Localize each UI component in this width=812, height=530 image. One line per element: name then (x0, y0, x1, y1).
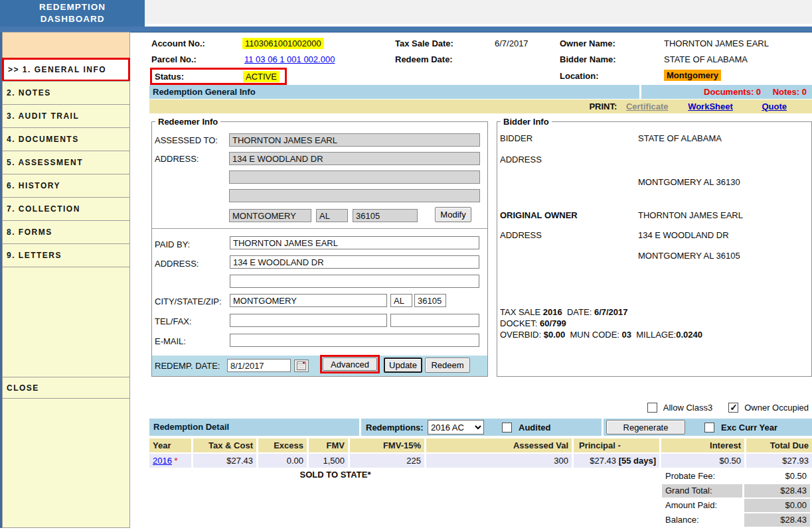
tax-sale-line: TAX SALE 2016 DATE: 6/7/2017 (500, 307, 628, 317)
year-link[interactable]: 2016 (153, 456, 172, 466)
allow-class3-checkbox[interactable] (647, 403, 657, 413)
sidebar-item-label: >> 1. GENERAL INFO (8, 65, 106, 74)
owner-occupied-label: Owner Occupied (744, 403, 809, 413)
sidebar-item-notes[interactable]: 2. NOTES (2, 81, 130, 105)
sidebar-item-collection[interactable]: 7. COLLECTION (2, 197, 130, 221)
paid-zip-input[interactable] (414, 294, 446, 307)
advanced-button-highlight: Advanced (320, 355, 380, 373)
exc-curr-year-label: Exc Curr Year (721, 423, 777, 432)
summary-label-amount-paid: Amount Paid: (662, 499, 742, 512)
print-label: PRINT: (589, 101, 617, 111)
summary-value-balance: $28.43 (744, 513, 810, 527)
sidebar-item-label: 6. HISTORY (7, 181, 60, 190)
sidebar-blank-middle (2, 267, 130, 377)
modify-button[interactable]: Modify (435, 207, 471, 222)
sidebar-item-label: 5. ASSESSMENT (7, 158, 83, 167)
redeemer-info-group: Redeemer Info ASSESSED TO: ADDRESS: Modi… (151, 117, 488, 377)
docket-label: DOCKET: (500, 318, 537, 328)
allow-class3-label: Allow Class3 (663, 403, 712, 413)
email-input[interactable] (230, 334, 479, 347)
app-title-line2: DASHBOARD (0, 13, 145, 25)
paid-address1-input[interactable] (230, 255, 479, 269)
assessed-address1-input (229, 152, 480, 165)
sidebar-item-documents[interactable]: 4. DOCUMENTS (2, 127, 130, 151)
sold-to-state-note: SOLD TO STATE* (279, 470, 392, 480)
cell-excess: 0.00 (258, 454, 307, 468)
advanced-button[interactable]: Advanced (323, 358, 377, 371)
sidebar-item-history[interactable]: 6. HISTORY (2, 174, 130, 198)
section-title: Redemption General Info (149, 87, 256, 97)
tel-input[interactable] (230, 314, 387, 327)
cell-interest: $0.50 (661, 454, 744, 468)
print-worksheet-link[interactable]: WorkSheet (688, 101, 733, 111)
principal-days: [55 days] (619, 456, 656, 466)
original-owner-label: ORIGINAL OWNER (500, 210, 578, 220)
bidder-address-city: MONTGOMERY AL 36130 (638, 177, 740, 187)
sidebar-blank-bottom (2, 398, 130, 528)
col-header-excess: Excess (258, 438, 307, 452)
owner-name-label: Owner Name: (560, 38, 615, 48)
status-label: Status: (155, 72, 243, 82)
redemp-date-input[interactable] (227, 359, 291, 372)
redeem-button[interactable]: Redeem (425, 358, 470, 373)
bidder-value: STATE OF ALABAMA (638, 133, 722, 143)
account-no-value: 1103061001002000 (242, 38, 324, 49)
counts-bar: Documents: 0 Notes: 0 (641, 85, 812, 99)
sidebar-item-assessment[interactable]: 5. ASSESSMENT (2, 151, 130, 174)
col-header-interest: Interest (661, 438, 744, 452)
sidebar-item-general-info[interactable]: >> 1. GENERAL INFO (2, 58, 130, 82)
tax-sale-date-label: Tax Sale Date: (395, 38, 453, 48)
redemptions-select[interactable]: 2016 AC (428, 420, 484, 434)
sidebar-blank-top (2, 32, 130, 58)
paid-address2-input[interactable] (230, 275, 479, 288)
update-button[interactable]: Update (384, 358, 422, 373)
sidebar-item-close[interactable]: CLOSE (2, 377, 130, 399)
owner-address1: 134 E WOODLAND DR (638, 230, 729, 240)
option-checkboxes-row: Allow Class3 Owner Occupied (598, 400, 809, 415)
bidder-name-label: Bidder Name: (560, 54, 616, 64)
summary-label-probate-fee: Probate Fee: (662, 470, 742, 483)
paid-city-input[interactable] (230, 294, 387, 307)
sidebar-item-forms[interactable]: 8. FORMS (2, 220, 130, 244)
audited-checkbox[interactable] (502, 423, 512, 432)
tax-sale-date-value: 6/7/2017 (495, 38, 528, 48)
regenerate-bar: Regenerate Exc Curr Year (604, 419, 812, 436)
assessed-city-input (229, 209, 311, 222)
sidebar-item-label: 4. DOCUMENTS (7, 135, 79, 144)
redeem-date-label: Redeem Date: (395, 54, 453, 64)
col-header-fmv: FMV (309, 438, 348, 452)
exc-curr-year-checkbox[interactable] (704, 423, 714, 432)
sidebar-item-label: 9. LETTERS (7, 251, 62, 260)
paid-by-label: PAID BY: (155, 239, 190, 249)
print-quote-link[interactable]: Quote (762, 101, 787, 111)
redeemer-separator (152, 228, 487, 229)
sidebar-item-label: CLOSE (7, 383, 39, 393)
paid-state-input[interactable] (390, 294, 412, 307)
regenerate-button[interactable]: Regenerate (606, 420, 685, 434)
owner-occupied-checkbox[interactable] (728, 403, 738, 413)
sidebar-item-letters[interactable]: 9. LETTERS (2, 243, 130, 267)
docket-line: DOCKET: 60/799 (500, 318, 566, 328)
sidebar-item-audit-trail[interactable]: 3. AUDIT TRAIL (2, 104, 130, 128)
sidebar-item-label: 3. AUDIT TRAIL (7, 111, 79, 121)
col-header-assessed-val: Assessed Val (426, 438, 572, 452)
cell-fmv15: 225 (350, 454, 424, 468)
documents-count: Documents: 0 (704, 87, 761, 97)
col-header-total-due: Total Due (746, 438, 812, 452)
col-header-year: Year (149, 438, 191, 452)
parcel-no-link[interactable]: 11 03 06 1 001 002.000 (244, 54, 335, 64)
tel-fax-label: TEL/FAX: (155, 316, 192, 326)
calendar-icon[interactable] (294, 360, 309, 372)
audited-label: Audited (519, 423, 550, 432)
col-header-principal: Principal - 8/1/2017 (574, 438, 659, 452)
col-header-tax-cost: Tax & Cost (193, 438, 256, 452)
cell-principal: $27.43 [55 days] (574, 454, 659, 468)
sidebar-item-label: 2. NOTES (7, 88, 51, 98)
redemption-detail-title-bar: Redemption Detail (149, 419, 359, 436)
status-value: ACTIVE (243, 71, 280, 82)
redemp-date-label: REDEMP. DATE: (155, 361, 220, 371)
bidder-info-legend: Bidder Info (501, 117, 552, 127)
paid-by-input[interactable] (230, 236, 479, 249)
fax-input[interactable] (390, 314, 479, 327)
redemptions-select-bar: Redemptions: 2016 AC Audited (361, 419, 602, 436)
